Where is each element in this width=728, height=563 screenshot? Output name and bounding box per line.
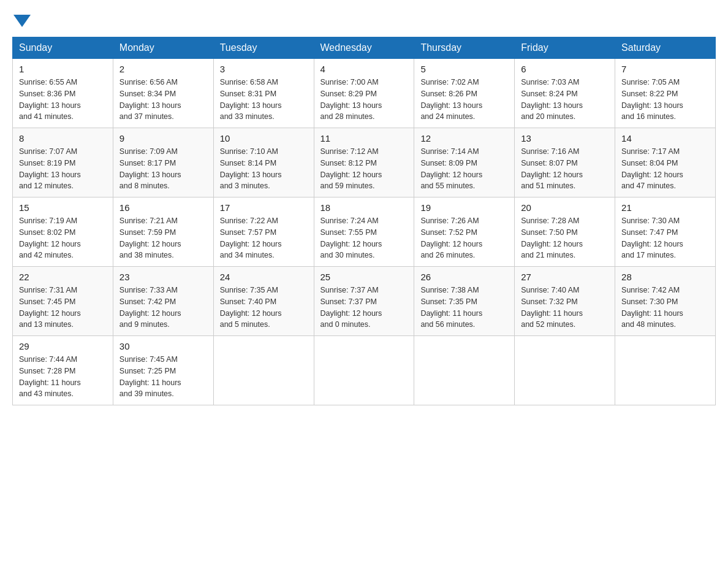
day-info: Sunrise: 7:09 AMSunset: 8:17 PMDaylight:… [119,146,207,192]
calendar-cell: 29Sunrise: 7:44 AMSunset: 7:28 PMDayligh… [13,336,113,405]
calendar-cell: 4Sunrise: 7:00 AMSunset: 8:29 PMDaylight… [314,59,414,128]
day-info: Sunrise: 6:56 AMSunset: 8:34 PMDaylight:… [119,77,207,123]
day-info: Sunrise: 7:42 AMSunset: 7:30 PMDaylight:… [621,285,709,331]
logo [12,12,32,25]
day-info: Sunrise: 6:55 AMSunset: 8:36 PMDaylight:… [19,77,107,123]
calendar-week-row: 8Sunrise: 7:07 AMSunset: 8:19 PMDaylight… [13,128,716,197]
day-number: 13 [521,133,609,144]
day-info: Sunrise: 7:35 AMSunset: 7:40 PMDaylight:… [220,285,308,331]
calendar-cell: 21Sunrise: 7:30 AMSunset: 7:47 PMDayligh… [615,197,716,267]
calendar-week-row: 1Sunrise: 6:55 AMSunset: 8:36 PMDaylight… [13,59,716,128]
day-info: Sunrise: 7:22 AMSunset: 7:57 PMDaylight:… [220,215,308,261]
day-number: 15 [19,202,107,213]
calendar-cell: 25Sunrise: 7:37 AMSunset: 7:37 PMDayligh… [314,267,414,336]
day-info: Sunrise: 7:10 AMSunset: 8:14 PMDaylight:… [220,146,308,192]
header-thursday: Thursday [414,37,515,59]
calendar-cell: 17Sunrise: 7:22 AMSunset: 7:57 PMDayligh… [213,197,314,267]
header-saturday: Saturday [615,37,716,59]
day-info: Sunrise: 7:44 AMSunset: 7:28 PMDaylight:… [19,354,107,400]
calendar-cell: 1Sunrise: 6:55 AMSunset: 8:36 PMDaylight… [13,59,113,128]
calendar-cell: 20Sunrise: 7:28 AMSunset: 7:50 PMDayligh… [515,197,615,267]
page-header [12,12,716,25]
day-number: 11 [320,133,408,144]
day-info: Sunrise: 7:38 AMSunset: 7:35 PMDaylight:… [420,285,508,331]
day-number: 8 [19,133,107,144]
calendar-cell: 27Sunrise: 7:40 AMSunset: 7:32 PMDayligh… [515,267,615,336]
day-info: Sunrise: 7:12 AMSunset: 8:12 PMDaylight:… [320,146,408,192]
header-tuesday: Tuesday [213,37,314,59]
day-info: Sunrise: 7:07 AMSunset: 8:19 PMDaylight:… [19,146,107,192]
calendar-table: SundayMondayTuesdayWednesdayThursdayFrid… [12,37,716,405]
calendar-cell: 26Sunrise: 7:38 AMSunset: 7:35 PMDayligh… [414,267,515,336]
day-info: Sunrise: 7:19 AMSunset: 8:02 PMDaylight:… [19,215,107,261]
calendar-cell: 14Sunrise: 7:17 AMSunset: 8:04 PMDayligh… [615,128,716,197]
calendar-cell: 2Sunrise: 6:56 AMSunset: 8:34 PMDaylight… [113,59,213,128]
day-number: 18 [320,202,408,213]
day-info: Sunrise: 7:02 AMSunset: 8:26 PMDaylight:… [420,77,508,123]
day-number: 21 [621,202,709,213]
calendar-cell: 5Sunrise: 7:02 AMSunset: 8:26 PMDaylight… [414,59,515,128]
calendar-cell: 30Sunrise: 7:45 AMSunset: 7:25 PMDayligh… [113,336,213,405]
day-number: 9 [119,133,207,144]
calendar-week-row: 15Sunrise: 7:19 AMSunset: 8:02 PMDayligh… [13,197,716,267]
calendar-cell: 6Sunrise: 7:03 AMSunset: 8:24 PMDaylight… [515,59,615,128]
day-number: 12 [420,133,508,144]
day-info: Sunrise: 7:16 AMSunset: 8:07 PMDaylight:… [521,146,609,192]
day-number: 26 [420,272,508,282]
header-sunday: Sunday [13,37,113,59]
day-number: 3 [220,64,308,74]
day-info: Sunrise: 7:30 AMSunset: 7:47 PMDaylight:… [621,215,709,261]
calendar-cell: 13Sunrise: 7:16 AMSunset: 8:07 PMDayligh… [515,128,615,197]
day-number: 25 [320,272,408,282]
day-number: 5 [420,64,508,74]
day-number: 20 [521,202,609,213]
logo-triangle-icon [13,15,31,27]
day-info: Sunrise: 7:26 AMSunset: 7:52 PMDaylight:… [420,215,508,261]
calendar-cell: 16Sunrise: 7:21 AMSunset: 7:59 PMDayligh… [113,197,213,267]
calendar-cell: 3Sunrise: 6:58 AMSunset: 8:31 PMDaylight… [213,59,314,128]
day-info: Sunrise: 7:45 AMSunset: 7:25 PMDaylight:… [119,354,207,400]
day-number: 17 [220,202,308,213]
header-wednesday: Wednesday [314,37,414,59]
day-number: 4 [320,64,408,74]
day-number: 30 [119,341,207,351]
day-info: Sunrise: 7:37 AMSunset: 7:37 PMDaylight:… [320,285,408,331]
day-number: 14 [621,133,709,144]
day-info: Sunrise: 7:03 AMSunset: 8:24 PMDaylight:… [521,77,609,123]
calendar-cell [314,336,414,405]
calendar-cell: 23Sunrise: 7:33 AMSunset: 7:42 PMDayligh… [113,267,213,336]
calendar-cell: 18Sunrise: 7:24 AMSunset: 7:55 PMDayligh… [314,197,414,267]
calendar-cell [213,336,314,405]
day-number: 2 [119,64,207,74]
day-number: 16 [119,202,207,213]
day-info: Sunrise: 7:28 AMSunset: 7:50 PMDaylight:… [521,215,609,261]
calendar-cell: 19Sunrise: 7:26 AMSunset: 7:52 PMDayligh… [414,197,515,267]
calendar-cell [414,336,515,405]
calendar-cell [615,336,716,405]
calendar-cell: 11Sunrise: 7:12 AMSunset: 8:12 PMDayligh… [314,128,414,197]
day-info: Sunrise: 7:14 AMSunset: 8:09 PMDaylight:… [420,146,508,192]
calendar-cell: 24Sunrise: 7:35 AMSunset: 7:40 PMDayligh… [213,267,314,336]
calendar-cell: 15Sunrise: 7:19 AMSunset: 8:02 PMDayligh… [13,197,113,267]
day-info: Sunrise: 7:17 AMSunset: 8:04 PMDaylight:… [621,146,709,192]
header-friday: Friday [515,37,615,59]
day-info: Sunrise: 6:58 AMSunset: 8:31 PMDaylight:… [220,77,308,123]
calendar-cell: 22Sunrise: 7:31 AMSunset: 7:45 PMDayligh… [13,267,113,336]
calendar-cell: 8Sunrise: 7:07 AMSunset: 8:19 PMDaylight… [13,128,113,197]
day-number: 7 [621,64,709,74]
day-info: Sunrise: 7:40 AMSunset: 7:32 PMDaylight:… [521,285,609,331]
day-number: 24 [220,272,308,282]
day-info: Sunrise: 7:24 AMSunset: 7:55 PMDaylight:… [320,215,408,261]
calendar-header-row: SundayMondayTuesdayWednesdayThursdayFrid… [13,37,716,59]
calendar-cell [515,336,615,405]
day-number: 19 [420,202,508,213]
day-number: 29 [19,341,107,351]
day-info: Sunrise: 7:21 AMSunset: 7:59 PMDaylight:… [119,215,207,261]
day-info: Sunrise: 7:33 AMSunset: 7:42 PMDaylight:… [119,285,207,331]
day-info: Sunrise: 7:00 AMSunset: 8:29 PMDaylight:… [320,77,408,123]
calendar-cell: 9Sunrise: 7:09 AMSunset: 8:17 PMDaylight… [113,128,213,197]
calendar-cell: 12Sunrise: 7:14 AMSunset: 8:09 PMDayligh… [414,128,515,197]
day-info: Sunrise: 7:31 AMSunset: 7:45 PMDaylight:… [19,285,107,331]
day-number: 27 [521,272,609,282]
day-number: 28 [621,272,709,282]
